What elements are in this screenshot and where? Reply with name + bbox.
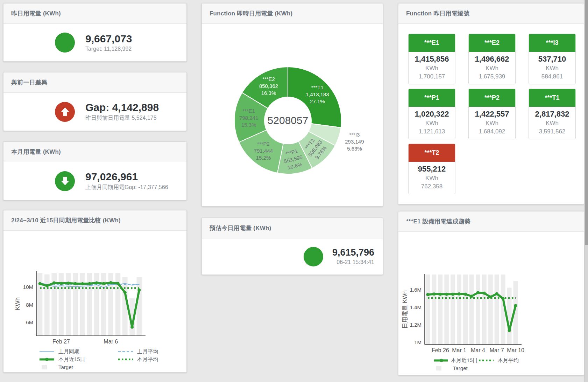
status-circle-icon: [304, 247, 323, 266]
legend-item[interactable]: 本月近15日: [433, 357, 478, 364]
light-tile: ***T2955,212KWh762,358: [408, 144, 455, 194]
x-axis-tick-label: Feb 27: [52, 339, 70, 345]
panel-title[interactable]: ***E1 設備用電達成趨勢: [406, 217, 470, 225]
panel-body: Gap: 4,142,898 昨日與前日用電量 5,524,175: [3, 93, 186, 131]
series-marker: [502, 297, 505, 300]
panel-title[interactable]: 與前一日差異: [11, 78, 47, 86]
donut-slice-label: ***I3293,1495.63%: [345, 132, 364, 152]
stat-value: 9,615,796: [332, 248, 374, 258]
panel-title[interactable]: 2/24~3/10 近15日同期用電量比較 (KWh): [11, 216, 121, 224]
legend-label: 本月近15日: [451, 357, 478, 364]
chart-legend: 上月同期上月平均本月近15日本月平均Target: [38, 348, 186, 371]
panel-body: ***E11,415,856KWh1,700,157***E21,496,662…: [398, 24, 584, 204]
tile-body: 1,496,662KWh1,675,939: [469, 52, 515, 84]
tile-name: ***P2: [469, 89, 515, 107]
panel-title[interactable]: Function 即時日用電量 (KWh): [210, 9, 292, 18]
target-bar: [463, 275, 468, 345]
series-marker: [52, 282, 56, 285]
tile-target: 584,861: [529, 72, 575, 81]
tile-value: 2,817,832: [529, 110, 575, 119]
tile-unit: KWh: [469, 64, 515, 72]
y-axis-tick-label: 8M: [26, 302, 33, 308]
legend-swatch-icon: [38, 357, 55, 362]
panel-header: 與前一日差異: [3, 72, 186, 93]
series-marker: [439, 293, 442, 296]
light-tiles-grid: ***E11,415,856KWh1,700,157***E21,496,662…: [398, 24, 584, 194]
stat-value: 9,667,073: [85, 33, 132, 44]
target-bar: [457, 275, 461, 345]
target-bar: [137, 277, 142, 336]
panel-e1-trend: ***E1 設備用電達成趨勢 1M1.2M1.4M1.6M日用電量 KWhFeb…: [398, 211, 584, 375]
tile-name: ***E2: [469, 34, 515, 52]
legend-label: 本月近15日: [58, 356, 85, 363]
light-tile: ***P11,020,322KWh1,121,613: [408, 89, 455, 139]
legend-item[interactable]: 本月近15日: [38, 356, 117, 363]
target-bar: [451, 275, 455, 345]
legend-label: 本月平均: [137, 356, 158, 363]
tile-target: 1,121,613: [409, 127, 455, 136]
target-bar: [426, 275, 430, 345]
legend-row: 上月同期上月平均: [38, 348, 186, 355]
panel-title[interactable]: 昨日用電量 (KWh): [11, 9, 61, 18]
tile-body: 537,710KWh584,861: [529, 52, 575, 84]
legend-item[interactable]: 上月同期: [38, 348, 117, 355]
panel-yesterday-usage: 昨日用電量 (KWh) 9,667,073 Target: 11,128,992: [3, 3, 187, 62]
series-marker: [495, 292, 498, 296]
legend-label: 上月同期: [58, 348, 79, 355]
legend-item[interactable]: Target: [433, 365, 478, 371]
series-marker: [102, 282, 105, 285]
target-bar: [482, 275, 487, 345]
y-axis-tick-label: 1.6M: [410, 287, 421, 293]
tile-unit: KWh: [529, 64, 575, 72]
stat-row: 9,667,073 Target: 11,128,992: [3, 24, 186, 61]
panel-body: ***T11,413,18327.1%***I3293,1495.63%***T…: [202, 24, 383, 206]
y-axis-tick-label: 1M: [414, 339, 421, 345]
legend-item[interactable]: Target: [38, 364, 117, 370]
panel-header: 2/24~3/10 近15日同期用電量比較 (KWh): [3, 210, 186, 231]
legend-swatch-icon: [433, 366, 450, 370]
target-bar: [507, 288, 512, 345]
x-axis-tick-label: Mar 10: [507, 347, 524, 353]
light-tile: ***I3537,710KWh584,861: [529, 34, 576, 84]
legend-item[interactable]: 本月平均: [478, 357, 576, 364]
legend-item[interactable]: 本月平均: [117, 356, 187, 363]
series-marker: [464, 293, 467, 296]
tile-value: 1,422,557: [469, 110, 515, 119]
panel-header: Function 即時日用電量 (KWh): [202, 4, 383, 24]
panel-title[interactable]: Function 昨日用電燈號: [406, 9, 469, 18]
tile-value: 1,020,322: [409, 110, 455, 119]
series-marker: [508, 329, 511, 332]
stat-row: 97,026,961 上個月同期用電Gap: -17,377,566: [3, 162, 186, 200]
scrollbar-thumb[interactable]: [585, 0, 588, 245]
legend-swatch-icon: [478, 358, 495, 363]
compare-line-chart: 6M8M10MKWhFeb 27Mar 6: [3, 231, 187, 346]
scrollbar-track[interactable]: [584, 0, 588, 382]
tile-name: ***I3: [529, 34, 575, 52]
legend-swatch-icon: [117, 357, 134, 362]
tile-name: ***P1: [409, 89, 455, 107]
panel-body: 9,615,796 06-21 15:34:41: [202, 238, 383, 275]
legend-row: Target: [433, 364, 584, 372]
series-marker: [95, 282, 98, 285]
panel-title[interactable]: 預估今日用電量 (KWh): [210, 224, 271, 232]
panel-title[interactable]: 本月用電量 (KWh): [11, 148, 61, 156]
legend-label: 上月平均: [137, 348, 158, 355]
realtime-donut-chart: ***T11,413,18327.1%***I3293,1495.63%***T…: [202, 24, 383, 207]
series-marker: [45, 284, 49, 287]
series-marker: [426, 293, 429, 296]
panel-body: 97,026,961 上個月同期用電Gap: -17,377,566: [3, 162, 186, 200]
tile-value: 955,212: [409, 165, 455, 174]
x-axis-tick-label: Feb 26: [432, 347, 449, 353]
x-axis-tick-label: Mar 4: [471, 347, 485, 353]
panel-header: ***E1 設備用電達成趨勢: [398, 211, 584, 232]
stat-row: Gap: 4,142,898 昨日與前日用電量 5,524,175: [3, 93, 186, 131]
tile-name: ***T2: [409, 144, 455, 162]
target-bar: [476, 275, 480, 345]
tile-value: 537,710: [529, 55, 575, 64]
target-bar: [495, 275, 499, 345]
series-marker: [59, 282, 63, 285]
tile-target: 1,700,157: [409, 72, 455, 81]
series-marker: [476, 291, 480, 294]
legend-item[interactable]: 上月平均: [117, 348, 187, 355]
up-arrow-icon: [55, 102, 75, 122]
